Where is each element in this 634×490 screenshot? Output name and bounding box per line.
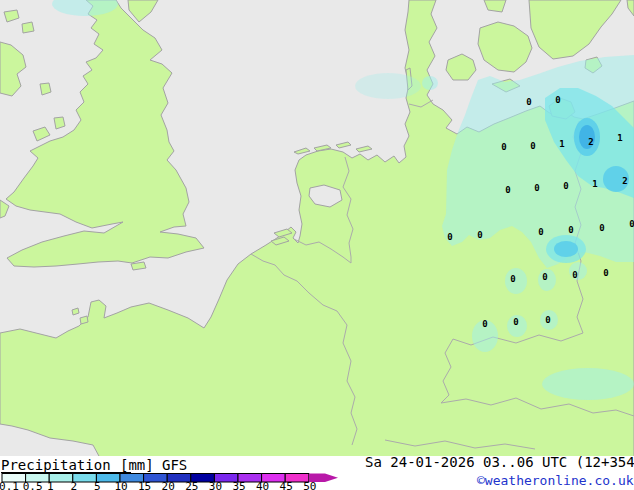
precip-value-label: 0 <box>555 95 560 105</box>
precip-value-label: 1 <box>592 179 597 189</box>
precip-value-label: 0 <box>629 219 634 229</box>
precip-value-label: 2 <box>588 137 593 147</box>
forecast-datetime: Sa 24-01-2026 03..06 UTC (12+354) <box>365 454 634 470</box>
precip-value-label: 0 <box>505 185 510 195</box>
precip-value-label: 1 <box>559 139 564 149</box>
precip-value-label: 0 <box>568 225 573 235</box>
precip-core-south <box>554 241 578 257</box>
precip-value-label: 0 <box>563 181 568 191</box>
channel-island-2 <box>80 316 88 324</box>
precip-patch <box>422 76 438 90</box>
colorbar-tick-label: 35 <box>232 480 245 490</box>
precip-patch-czech <box>542 368 634 400</box>
colorbar-tick-label: 0.5 <box>23 480 43 490</box>
precip-value-label: 0 <box>510 274 515 284</box>
colorbar-tick-label: 50 <box>303 480 316 490</box>
precip-value-label: 0 <box>526 97 531 107</box>
precip-patch-jutland <box>355 73 421 99</box>
precip-value-label: 0 <box>542 272 547 282</box>
precip-value-label: 0 <box>513 317 518 327</box>
legend-title: Precipitation <box>1 457 111 473</box>
colorbar-tick-label: 20 <box>162 480 175 490</box>
legend-model: GFS <box>162 457 187 473</box>
colorbar-tick-label: 45 <box>280 480 293 490</box>
precip-value-label: 0 <box>530 141 535 151</box>
precip-value-label: 0 <box>603 268 608 278</box>
colorbar-tick-label: 15 <box>138 480 151 490</box>
precip-value-label: 0 <box>599 223 604 233</box>
colorbar-tick-label: 30 <box>209 480 222 490</box>
colorbar-tick-label: 0.1 <box>0 480 19 490</box>
precip-value-label: 0 <box>501 142 506 152</box>
legend-unit: [mm] <box>120 457 154 473</box>
precip-value-label: 0 <box>538 227 543 237</box>
precip-value-label: 0 <box>447 232 452 242</box>
isle-of-wight <box>131 262 146 270</box>
precip-value-label: 0 <box>572 270 577 280</box>
precip-value-label: 1 <box>617 133 622 143</box>
precip-value-label: 0 <box>534 183 539 193</box>
precip-patch <box>505 268 527 294</box>
islay-island <box>22 22 34 33</box>
colorbar-tick-label: 10 <box>114 480 127 490</box>
colorbar-tick-label: 1 <box>47 480 54 490</box>
colorbar-tick-label: 5 <box>94 480 101 490</box>
precipitation-map: 0000121000120000000000000 Precipitation … <box>0 0 634 490</box>
colorbar-tick-label: 2 <box>70 480 77 490</box>
copyright-text: ©weatheronline.co.uk <box>477 473 634 488</box>
precip-value-label: 0 <box>477 230 482 240</box>
precip-value-label: 2 <box>622 176 627 186</box>
precip-value-label: 0 <box>482 319 487 329</box>
colorbar-tick-label: 25 <box>185 480 198 490</box>
weather-map-screenshot: 0000121000120000000000000 Precipitation … <box>0 0 634 490</box>
precip-value-label: 0 <box>545 315 550 325</box>
colorbar-tick-label: 40 <box>256 480 269 490</box>
